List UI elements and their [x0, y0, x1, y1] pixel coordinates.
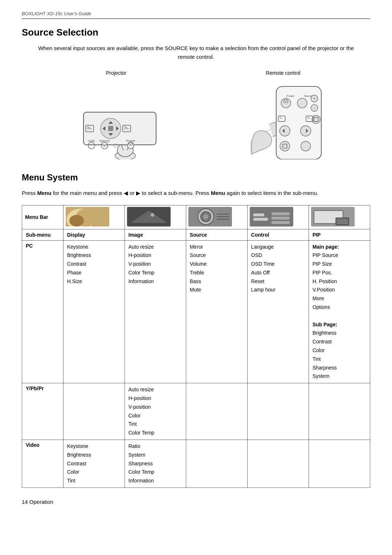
svg-rect-70	[271, 217, 290, 220]
submenu-header-row: Sub-menu Display Image Source Control PI…	[22, 229, 370, 240]
svg-point-22	[103, 144, 106, 147]
svg-point-51	[301, 141, 311, 151]
svg-text:Power: Power	[287, 94, 295, 98]
pc-display-items: KeystoneBrightnessContrastPhaseH.Size	[63, 240, 124, 383]
video-row: Video KeystoneBrightnessContrastColorTin…	[22, 440, 370, 488]
svg-rect-67	[253, 213, 264, 216]
menu-system-intro: Press Menu for the main menu and press ◀…	[22, 188, 370, 198]
svg-rect-71	[271, 221, 290, 224]
svg-rect-9	[108, 126, 113, 131]
menubar-control-icon	[247, 205, 309, 229]
svg-point-55	[69, 215, 84, 227]
remote-illustration: Power Source + −	[229, 79, 338, 159]
menu-bold-2: Menu	[211, 190, 225, 196]
projector-diagram: Projector	[54, 70, 178, 159]
pip-col-header: PIP	[309, 229, 370, 240]
projector-label: Projector	[106, 70, 126, 76]
ypbpr-row: Y/Pb/Pr Auto resizeH-positionV-positionC…	[22, 383, 370, 440]
svg-text:+: +	[313, 96, 316, 101]
menu-table: Menu Bar	[22, 205, 370, 488]
svg-point-45	[279, 126, 290, 136]
svg-rect-76	[336, 219, 348, 224]
projector-illustration: Auto Source Power	[54, 79, 178, 159]
menubar-label-cell: Menu Bar	[22, 205, 64, 229]
remote-label: Remote control	[266, 70, 301, 76]
display-col-header: Display	[63, 229, 124, 240]
video-source-items	[186, 440, 247, 488]
ypbpr-label: Y/Pb/Pr	[22, 383, 64, 440]
menubar-pip-icon	[309, 205, 370, 229]
pc-pip-items: Main page: PIP SourcePIP SizePIP Pos.H. …	[309, 240, 370, 383]
breadcrumb: BOXLIGHT XD-15c User's Guide	[22, 11, 370, 19]
pc-control-items: LangaugeOSDOSD TimeAuto OffResetLamp hou…	[247, 240, 309, 383]
submenu-col-label: Sub-menu	[22, 229, 64, 240]
pc-source-items: MirrorSourceVolumeTrebleBassMute	[186, 240, 247, 383]
video-pip-items	[309, 440, 370, 488]
footer-text: 14 Operation	[22, 499, 53, 505]
source-selection-title: Source Selection	[22, 27, 370, 38]
svg-text:−: −	[313, 106, 316, 110]
pc-image-items: Auto resizeH-positionV-positionColor Tem…	[124, 240, 186, 383]
svg-rect-69	[271, 212, 290, 215]
ypbpr-source-items	[186, 383, 247, 440]
ypbpr-pip-items	[309, 383, 370, 440]
video-display-items: KeystoneBrightnessContrastColorTint	[63, 440, 124, 488]
control-col-header: Control	[247, 229, 309, 240]
menu-system-title: Menu System	[22, 172, 370, 183]
ypbpr-control-items	[247, 383, 309, 440]
svg-point-58	[151, 213, 154, 217]
remote-diagram: Remote control Power Source	[229, 70, 338, 159]
video-image-items: RatioSystemSharpnessColor TempInformatio…	[124, 440, 186, 488]
pc-row: PC KeystoneBrightnessContrastPhaseH.Size…	[22, 240, 370, 383]
menu-bold-1: Menu	[37, 190, 52, 196]
video-label: Video	[22, 440, 64, 488]
diagrams-container: Projector	[22, 70, 370, 159]
svg-point-49	[280, 141, 290, 151]
svg-point-47	[301, 126, 311, 136]
source-col-header: Source	[186, 229, 247, 240]
footer: 14 Operation	[22, 499, 370, 505]
menubar-image-icon	[124, 205, 186, 229]
image-col-header: Image	[124, 229, 186, 240]
menubar-row: Menu Bar	[22, 205, 370, 229]
menubar-display-icon	[63, 205, 124, 229]
svg-point-62	[203, 214, 208, 219]
svg-point-32	[297, 98, 307, 108]
menu-system-section: Menu System Press Menu for the main menu…	[22, 172, 370, 488]
source-selection-intro: When several input sources are available…	[22, 44, 370, 61]
ypbpr-image-items: Auto resizeH-positionV-positionColorTint…	[124, 383, 186, 440]
video-control-items	[247, 440, 309, 488]
svg-rect-68	[253, 218, 268, 221]
menubar-source-icon	[186, 205, 247, 229]
pc-label: PC	[22, 240, 64, 383]
ypbpr-display-items	[63, 383, 124, 440]
